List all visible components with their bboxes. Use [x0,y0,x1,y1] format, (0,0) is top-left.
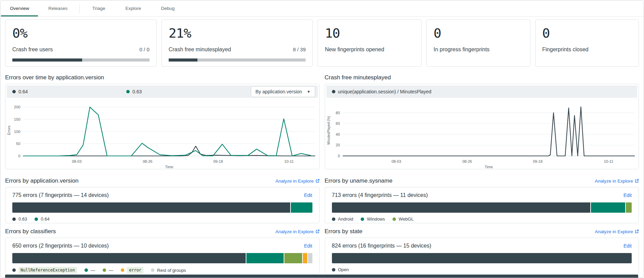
crash-overview-page: Overview Releases Triage Explore Debug 0… [0,0,644,278]
bar-segment[interactable] [12,202,290,213]
svg-text:08-03: 08-03 [391,159,401,163]
errors-over-time-title: Errors over time by application.version [5,74,320,82]
legend-label: Android [338,216,353,222]
legend-label: Rest of groups [157,268,186,273]
tab-overview[interactable]: Overview [0,0,39,16]
legend-label: 0.63 [18,216,27,222]
legend-dot-icon [85,268,88,272]
svg-text:60: 60 [335,121,339,125]
errors-by-application-version-card: 775 errors (7 fingerprints — 14 devices)… [5,187,320,223]
bar-segment[interactable] [12,253,246,263]
legend-item: WebGL [392,216,414,222]
analyze-in-explore-link[interactable]: Analyze in Explore [595,178,639,184]
crash-free-users-label: Crash free users [12,47,53,53]
bar-segment[interactable] [284,253,302,263]
errors-by-state-bar-legend: Open [332,267,632,272]
legend-dot-icon [35,217,38,221]
legend-dot-icon [332,268,335,272]
svg-text:20: 20 [335,143,339,147]
legend-item[interactable]: 0.63 [126,89,240,94]
legend-dot-icon [332,90,335,93]
legend-dot-icon [361,217,364,221]
svg-text:100: 100 [14,130,20,134]
analyze-link-label: Analyze in Explore [275,178,314,184]
legend-item: — [103,268,113,273]
tab-explore[interactable]: Explore [116,0,151,16]
group-by-dropdown[interactable]: By application.version ▼ [251,86,315,97]
errors-by-uname-sysname-summary: 713 errors (4 fingerprints — 11 devices) [332,192,428,198]
card-inprogress-fingerprints: 0 In progress fingerprints [426,19,530,67]
tab-triage[interactable]: Triage [82,0,116,16]
analyze-in-explore-link[interactable]: Analyze in Explore [275,178,320,184]
errors-by-classifiers-bar-legend: NullReferenceException——errorRest of gro… [12,267,312,273]
tab-debug[interactable]: Debug [151,0,185,16]
analyze-link-label: Analyze in Explore [595,229,633,234]
new-fingerprints-value: 10 [325,26,414,41]
tab-triage-label: Triage [92,6,105,11]
legend-dot-icon [332,217,335,221]
stat-cards-row: 0% Crash free users 0 / 0 21% Crash free… [5,19,639,67]
svg-text:10-11: 10-11 [284,159,294,163]
errors-by-uname-sysname-bar-legend: AndroidWindowsWebGL [332,216,632,222]
tab-explore-label: Explore [126,6,141,11]
legend-dot-icon [392,217,396,221]
edit-link[interactable]: Edit [623,193,632,198]
errors-by-state-summary: 824 errors (16 fingerprints — 15 devices… [332,243,432,249]
crash-free-users-value: 0% [12,26,150,41]
crash-free-minutesplayed-value: 21% [169,26,306,41]
bar-segment[interactable] [308,253,312,263]
svg-text:40: 40 [335,132,339,136]
legend-item: Android [332,216,353,222]
errors-by-application-version-section: Errors by application.version Analyze in… [5,177,320,223]
chevron-down-icon: ▼ [307,90,311,94]
analyze-in-explore-link[interactable]: Analyze in Explore [275,229,320,234]
legend-label: error [127,267,143,273]
card-crash-free-minutesplayed: 21% Crash free minutesplayed 8 / 39 [162,19,313,67]
svg-text:50: 50 [16,142,20,146]
crash-free-minutesplayed-title: Crash free minutesplayed [325,74,639,82]
edit-link[interactable]: Edit [623,243,632,249]
bar-segment[interactable] [332,253,632,263]
errors-by-uname-sysname-card: 713 errors (4 fingerprints — 11 devices)… [325,187,639,223]
svg-text:09-18: 09-18 [213,159,223,163]
legend-item: 0.63 [12,216,27,222]
legend-item: Open [332,267,349,272]
errors-over-time-legend: 0.640.63 By application.version ▼ [7,85,318,98]
analyze-link-label: Analyze in Explore [275,229,314,234]
analyze-link-label: Analyze in Explore [595,178,633,184]
horizontal-scrollbar[interactable] [5,275,638,278]
legend-dot-icon [121,268,124,272]
fingerprints-closed-value: 0 [542,26,632,41]
tab-debug-label: Debug [161,6,175,11]
edit-link[interactable]: Edit [304,243,312,249]
crash-free-minutesplayed-fraction: 8 / 39 [293,47,306,52]
legend-dot-icon [12,217,16,221]
errors-by-classifiers-section: Errors by classifiers Analyze in Explore… [5,227,320,274]
tab-releases[interactable]: Releases [39,0,77,16]
legend-dot-icon [151,268,154,272]
bar-segment[interactable] [246,253,284,263]
legend-item[interactable]: unique(application.session) / MinutesPla… [332,89,432,94]
bar-segment[interactable] [332,202,591,213]
bar-segment[interactable] [291,202,312,213]
crash-free-minutesplayed-panel: unique(application.session) / MinutesPla… [325,84,639,169]
tabbar: Overview Releases Triage Explore Debug [0,0,644,17]
legend-item: Rest of groups [151,268,186,273]
bar-segment[interactable] [626,202,632,213]
legend-dot-icon [12,90,16,93]
legend-label: NullReferenceException [18,267,77,273]
errors-over-time-chart: 05010015020008-0308-2609-1810-11TimeErro… [5,99,319,169]
new-fingerprints-label: New fingerprints opened [325,47,384,53]
edit-link[interactable]: Edit [304,193,312,198]
svg-text:Time: Time [165,165,173,169]
tab-releases-label: Releases [48,6,67,11]
bar-segment[interactable] [591,202,625,213]
legend-item[interactable]: 0.64 [12,89,126,94]
analyze-in-explore-link[interactable]: Analyze in Explore [595,229,639,234]
crash-free-minutesplayed-chart: 02040608008-0308-2609-1810-11TimeMinutes… [325,99,639,169]
svg-text:MinutesPlayed (%): MinutesPlayed (%) [327,116,331,145]
bar-segment[interactable] [303,253,307,263]
legend-item: error [121,267,143,273]
tab-overview-label: Overview [10,6,29,11]
external-link-icon [315,179,320,183]
